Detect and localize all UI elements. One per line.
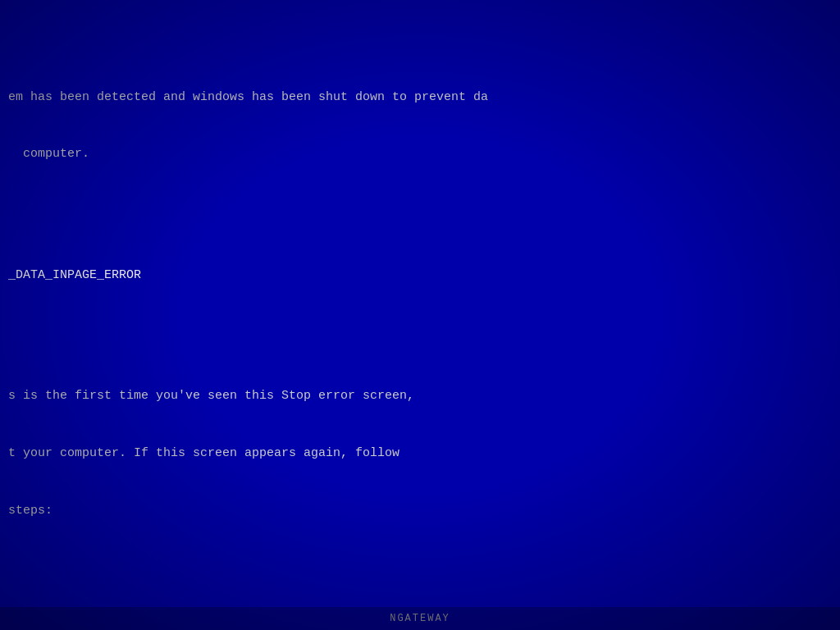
bsod-line-1: em has been detected and windows has bee…	[8, 88, 832, 107]
bsod-line-5	[8, 330, 832, 349]
bsod-line-3	[8, 202, 832, 221]
bsod-content: em has been detected and windows has bee…	[0, 49, 840, 630]
bsod-line-6: s is the first time you've seen this Sto…	[8, 386, 832, 405]
bottom-bar: NGATEWAY	[0, 607, 840, 630]
bsod-line-8: steps:	[8, 501, 832, 520]
bsod-error-code: _DATA_INPAGE_ERROR	[8, 266, 832, 285]
bsod-screen: em has been detected and windows has bee…	[0, 0, 840, 630]
bsod-line-9	[8, 559, 832, 578]
bottom-bar-text: NGATEWAY	[390, 613, 450, 624]
bsod-line-7: t your computer. If this screen appears …	[8, 444, 832, 463]
bsod-line-2: computer.	[8, 144, 832, 163]
